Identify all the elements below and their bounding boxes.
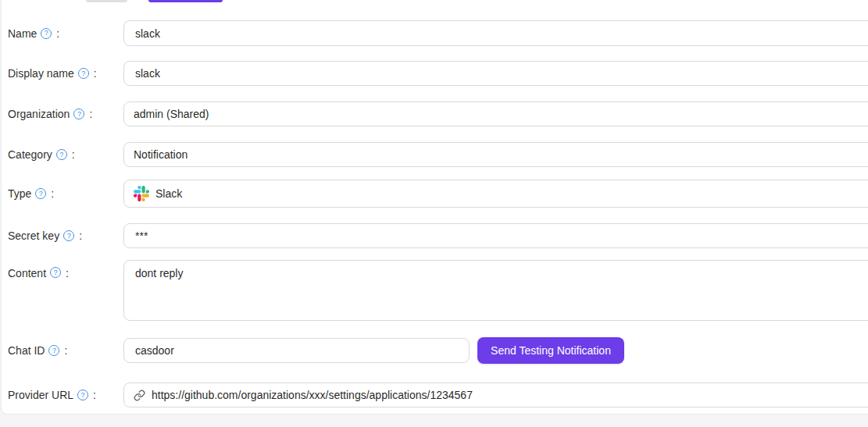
type-label: Type ? : [8,180,117,208]
content-textarea[interactable]: dont reply [123,260,868,321]
type-select[interactable]: Slack [123,180,868,208]
toolbar-secondary-button-partial[interactable] [86,0,127,2]
help-icon[interactable]: ? [50,267,61,278]
category-select-value: Notification [134,148,188,161]
link-icon [134,390,145,401]
chat-id-input[interactable] [123,338,470,363]
provider-url-value: https://github.com/organizations/xxx/set… [152,389,473,401]
help-icon[interactable]: ? [63,230,74,241]
help-icon[interactable]: ? [56,149,67,160]
secret-key-input[interactable] [123,223,868,248]
secret-key-label: Secret key ? : [8,223,117,248]
name-input[interactable] [123,20,868,46]
help-icon[interactable]: ? [73,109,84,119]
provider-url-input[interactable]: https://github.com/organizations/xxx/set… [123,383,868,407]
help-icon[interactable]: ? [48,345,59,356]
toolbar-primary-button-partial[interactable] [148,0,223,2]
help-icon[interactable]: ? [78,68,89,79]
content-label: Content ? : [8,260,117,321]
organization-select-value: admin (Shared) [134,108,209,120]
name-label: Name ? : [8,20,117,46]
organization-select[interactable]: admin (Shared) [123,101,868,126]
help-icon[interactable]: ? [41,28,52,39]
chat-id-label: Chat ID ? : [8,338,117,363]
display-name-input[interactable] [123,61,868,86]
type-select-value: Slack [155,187,182,200]
display-name-label: Display name ? : [8,61,117,86]
organization-label: Organization ? : [8,101,117,126]
send-testing-notification-button[interactable]: Send Testing Notification [477,337,624,364]
slack-icon [134,186,149,201]
provider-url-label: Provider URL ? : [8,383,117,407]
help-icon[interactable]: ? [77,390,88,400]
category-select[interactable]: Notification [123,142,868,167]
help-icon[interactable]: ? [35,188,46,199]
category-label: Category ? : [8,142,117,167]
